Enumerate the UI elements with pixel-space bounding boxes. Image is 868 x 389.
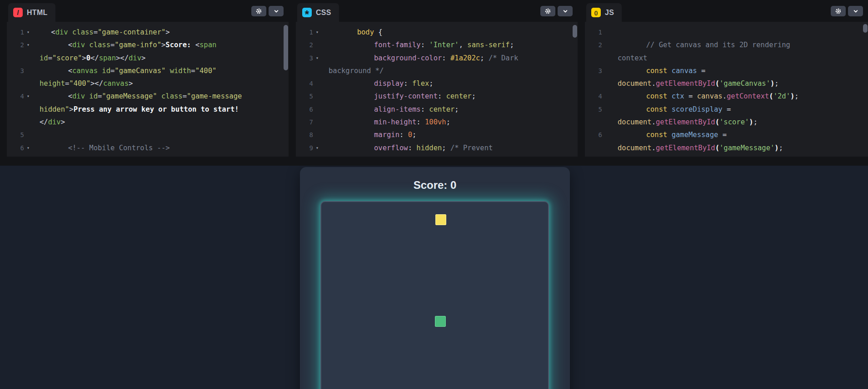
fold-arrow-icon[interactable]: ▾: [313, 142, 321, 154]
fold-arrow-icon[interactable]: ▾: [24, 26, 32, 39]
fold-spacer: [24, 128, 32, 141]
editor-scrollbar-html[interactable]: [284, 25, 288, 70]
line-number: 4: [296, 77, 313, 90]
line-number: 6: [7, 142, 24, 154]
panel-css: * CSS 1▾ body {2 font-family: 'Inter', s…: [296, 0, 578, 157]
code-line[interactable]: hidden">Press any arrow key or button to…: [7, 103, 289, 116]
line-number: 1: [296, 26, 313, 39]
code-rows-css: 1▾ body {2 font-family: 'Inter', sans-se…: [296, 22, 578, 157]
code-editor-js[interactable]: 12 // Get canvas and its 2D renderingcon…: [585, 22, 868, 157]
code-line[interactable]: 2 font-family: 'Inter', sans-serif;: [296, 39, 578, 51]
tab-css[interactable]: * CSS: [297, 3, 339, 22]
code-line[interactable]: 4 display: flex;: [296, 77, 578, 90]
code-line[interactable]: 5 justify-content: center;: [296, 90, 578, 103]
line-number: [7, 52, 24, 64]
fold-arrow-icon[interactable]: ▾: [24, 142, 32, 154]
code-line[interactable]: 4 const ctx = canvas.getContext('2d');: [585, 90, 868, 103]
code-text: [610, 26, 612, 39]
line-number: 2: [296, 39, 313, 51]
panel-header-js: () JS: [585, 0, 868, 22]
line-number: 8: [296, 128, 313, 141]
collapse-editor-button[interactable]: [558, 6, 573, 16]
code-line[interactable]: 2 // Get canvas and its 2D rendering: [585, 39, 868, 51]
fold-spacer: [24, 52, 32, 64]
chevron-down-icon: [562, 9, 569, 14]
game-canvas[interactable]: [320, 201, 549, 389]
fold-arrow-icon[interactable]: ▾: [313, 26, 321, 39]
code-line[interactable]: 3 <canvas id="gameCanvas" width="400": [7, 64, 289, 77]
codepen-editor-page: / HTML 1▾ <div class="game-container">2▾…: [0, 0, 868, 389]
code-line[interactable]: background */: [296, 64, 578, 77]
editor-settings-button[interactable]: [831, 6, 846, 16]
tab-html[interactable]: / HTML: [8, 3, 55, 22]
code-line[interactable]: 6▾ <!-- Mobile Controls -->: [7, 142, 289, 154]
line-number: 6: [585, 128, 602, 141]
fold-spacer: [313, 103, 321, 116]
code-line[interactable]: 6 align-items: center;: [296, 103, 578, 116]
code-line[interactable]: id="score">0</span></div>: [7, 52, 289, 64]
score-display: Score: 0: [300, 179, 570, 192]
line-number: 5: [296, 90, 313, 103]
code-line[interactable]: 1▾ <div class="game-container">: [7, 26, 289, 39]
code-editor-html[interactable]: 1▾ <div class="game-container">2▾ <div c…: [7, 22, 289, 157]
gear-icon: [544, 8, 551, 15]
tab-label: HTML: [27, 9, 48, 17]
code-line[interactable]: 4▾ <div id="gameMessage" class="game-mes…: [7, 90, 289, 103]
code-line[interactable]: document.getElementById('gameMessage');: [585, 142, 868, 154]
collapse-editor-button[interactable]: [848, 6, 863, 16]
gear-icon: [255, 8, 262, 15]
editors-row: / HTML 1▾ <div class="game-container">2▾…: [0, 0, 868, 157]
code-line[interactable]: document.getElementById('score');: [585, 116, 868, 128]
line-number: 7: [296, 116, 313, 128]
code-line[interactable]: 1: [585, 26, 868, 39]
code-text: const canvas =: [610, 64, 705, 77]
code-text: <div class="game-info">Score: <span: [32, 39, 216, 51]
line-number: [7, 77, 24, 90]
code-line[interactable]: 3 const canvas =: [585, 64, 868, 77]
code-line[interactable]: 2▾ <div class="game-info">Score: <span: [7, 39, 289, 51]
code-line[interactable]: 9▾ overflow: hidden; /* Prevent: [296, 142, 578, 154]
fold-spacer: [313, 64, 321, 77]
code-text: id="score">0</span></div>: [32, 52, 145, 64]
code-line[interactable]: 1▾ body {: [296, 26, 578, 39]
html-icon: /: [13, 8, 23, 17]
code-text: <!-- Mobile Controls -->: [32, 142, 170, 154]
line-number: 5: [585, 103, 602, 116]
code-text: document.getElementById('gameCanvas');: [610, 77, 779, 90]
code-editor-css[interactable]: 1▾ body {2 font-family: 'Inter', sans-se…: [296, 22, 578, 157]
preview-pane: Score: 0: [0, 166, 868, 389]
code-line[interactable]: 5 const scoreDisplay =: [585, 103, 868, 116]
code-line[interactable]: 8 margin: 0;: [296, 128, 578, 141]
code-line[interactable]: context: [585, 52, 868, 64]
fold-arrow-icon[interactable]: ▾: [24, 39, 32, 51]
code-line[interactable]: </div>: [7, 116, 289, 128]
code-line[interactable]: 5: [7, 128, 289, 141]
code-text: <canvas id="gameCanvas" width="400": [32, 64, 216, 77]
snake-segment: [435, 316, 446, 327]
fold-arrow-icon[interactable]: ▾: [313, 52, 321, 64]
game-container: Score: 0: [300, 167, 570, 389]
code-line[interactable]: height="400"></canvas>: [7, 77, 289, 90]
code-text: context: [610, 52, 647, 64]
code-text: margin: 0;: [321, 128, 416, 141]
code-text: body {: [321, 26, 383, 39]
panel-header-css: * CSS: [296, 0, 578, 22]
collapse-editor-button[interactable]: [269, 6, 284, 16]
fold-spacer: [602, 39, 610, 51]
code-line[interactable]: 3▾ background-color: #1a202c; /* Dark: [296, 52, 578, 64]
tab-label: CSS: [316, 9, 331, 17]
code-text: justify-content: center;: [321, 90, 476, 103]
code-line[interactable]: document.getElementById('gameCanvas');: [585, 77, 868, 90]
editor-scrollbar-css[interactable]: [573, 25, 577, 38]
editor-settings-button[interactable]: [251, 6, 266, 16]
code-line[interactable]: 6 const gameMessage =: [585, 128, 868, 141]
fold-spacer: [602, 26, 610, 39]
line-number: [296, 64, 313, 77]
fold-arrow-icon[interactable]: ▾: [24, 90, 32, 103]
code-text: <div class="game-container">: [32, 26, 170, 39]
tab-js[interactable]: () JS: [586, 3, 622, 22]
fold-spacer: [313, 39, 321, 51]
editor-settings-button[interactable]: [540, 6, 555, 16]
editor-scrollbar-js[interactable]: [863, 24, 868, 33]
code-line[interactable]: 7 min-height: 100vh;: [296, 116, 578, 128]
